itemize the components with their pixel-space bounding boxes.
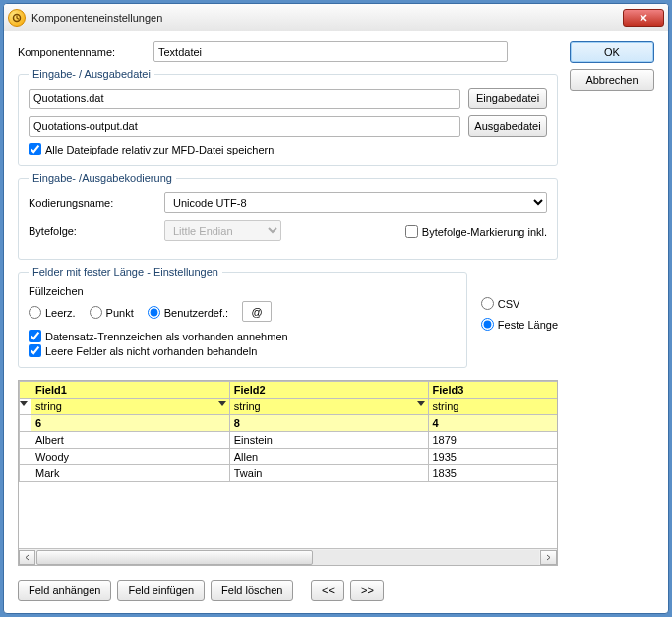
col-header[interactable]: Field2 — [229, 382, 428, 399]
dialog-window: Komponenteneinstellungen Komponentenname… — [3, 3, 669, 614]
fill-space-radio[interactable]: Leerz. — [29, 306, 76, 319]
window-title: Komponenteneinstellungen — [31, 12, 623, 24]
table-scroll: Field1 Field2 Field3 Field4 string strin… — [19, 381, 557, 548]
relative-paths-label: Alle Dateipfade relativ zur MFD-Datei sp… — [45, 144, 274, 155]
fill-custom-radio[interactable]: Benutzerdef.: — [148, 306, 228, 319]
fill-custom-input[interactable] — [242, 301, 272, 322]
type-cell[interactable]: string — [31, 399, 230, 415]
component-name-row: Komponentenname: — [18, 41, 558, 62]
append-field-button[interactable]: Feld anhängen — [18, 580, 111, 601]
component-name-label: Komponentenname: — [18, 46, 146, 58]
fill-dot-radio[interactable]: Punkt — [90, 306, 134, 319]
next-button[interactable]: >> — [350, 580, 384, 601]
dialog-body: Komponentenname: Eingabe- / Ausgabedatei… — [4, 31, 668, 613]
insert-field-button[interactable]: Feld einfügen — [117, 580, 205, 601]
bom-checkbox[interactable]: Bytefolge-Markierung inkl. — [405, 225, 547, 238]
fixed-radio[interactable]: Feste Länge — [481, 318, 558, 331]
ok-button[interactable]: OK — [570, 41, 654, 63]
bottom-buttons: Feld anhängen Feld einfügen Feld löschen… — [18, 580, 558, 601]
delete-field-button[interactable]: Feld löschen — [211, 580, 293, 601]
table-header-row: Field1 Field2 Field3 Field4 — [20, 382, 558, 399]
scroll-track[interactable] — [36, 550, 539, 565]
app-icon — [8, 9, 26, 27]
width-cell[interactable]: 6 — [31, 415, 230, 432]
treat-empty-checkbox[interactable]: Leere Felder als nicht vorhanden behande… — [29, 344, 457, 357]
type-cell[interactable]: string — [428, 399, 557, 415]
fields-table-area: Field1 Field2 Field3 Field4 string strin… — [18, 380, 558, 566]
file-group-legend: Eingabe- / Ausgabedatei — [29, 68, 154, 80]
output-file-field[interactable] — [29, 116, 460, 137]
assume-delimiter-checkbox[interactable]: Datensatz-Trennzeichen als vorhanden ann… — [29, 330, 457, 342]
relative-paths-checkbox-input[interactable] — [29, 143, 41, 155]
scroll-right-icon[interactable] — [540, 550, 557, 565]
bom-label: Bytefolge-Markierung inkl. — [422, 226, 547, 238]
table-width-row: 6 8 4 120 — [20, 415, 558, 432]
col-header[interactable]: Field3 — [428, 382, 557, 399]
input-file-button[interactable]: Eingabedatei — [468, 88, 547, 109]
encoding-group-legend: Eingabe- /Ausgabekodierung — [29, 172, 176, 184]
fields-table: Field1 Field2 Field3 Field4 string strin… — [19, 381, 557, 482]
encoding-group: Eingabe- /Ausgabekodierung Kodierungsnam… — [18, 172, 558, 260]
byteorder-select: Little Endian — [164, 220, 281, 241]
col-header[interactable]: Field1 — [31, 382, 230, 399]
input-file-field[interactable] — [29, 89, 460, 109]
type-cell[interactable]: string — [229, 399, 428, 415]
scroll-thumb[interactable] — [36, 550, 313, 565]
table-row[interactable]: AlbertEinstein1879Only two things are in… — [20, 432, 558, 449]
width-cell[interactable]: 4 — [428, 415, 557, 432]
csv-radio[interactable]: CSV — [481, 297, 558, 310]
byteorder-label: Bytefolge: — [29, 225, 156, 237]
cancel-button[interactable]: Abbrechen — [570, 69, 654, 91]
component-name-input[interactable] — [153, 41, 508, 62]
table-row[interactable]: MarkTwain1835A banker is a fellow who le… — [20, 465, 558, 482]
bom-checkbox-input[interactable] — [405, 225, 418, 238]
fill-char-label: Füllzeichen — [29, 285, 457, 297]
fixed-length-legend: Felder mit fester Länge - Einstellungen — [29, 266, 222, 278]
prev-button[interactable]: << — [311, 580, 344, 601]
width-cell[interactable]: 8 — [229, 415, 428, 432]
file-group: Eingabe- / Ausgabedatei Eingabedatei Aus… — [18, 68, 558, 166]
titlebar: Komponenteneinstellungen — [4, 4, 668, 31]
close-button[interactable] — [623, 9, 664, 27]
output-file-button[interactable]: Ausgabedatei — [468, 115, 547, 137]
fixed-length-group: Felder mit fester Länge - Einstellungen … — [18, 266, 467, 368]
format-radio-group: CSV Feste Länge — [481, 295, 558, 368]
horizontal-scrollbar[interactable] — [19, 548, 557, 565]
encoding-label: Kodierungsname: — [29, 197, 156, 209]
table-row[interactable]: WoodyAllen1935When I was kidnapped, my p… — [20, 449, 558, 465]
encoding-select[interactable]: Unicode UTF-8 — [164, 192, 547, 213]
scroll-left-icon[interactable] — [19, 550, 35, 565]
relative-paths-checkbox[interactable]: Alle Dateipfade relativ zur MFD-Datei sp… — [29, 143, 547, 155]
table-type-row: string string string string — [20, 399, 558, 415]
